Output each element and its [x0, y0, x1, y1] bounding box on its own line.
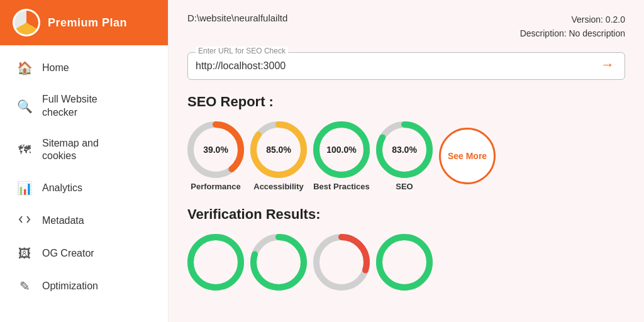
gauge-value-accessibility: 85.0% [266, 145, 291, 155]
seo-report-title: SEO Report : [187, 94, 625, 110]
sidebar-item-label: Metadata [42, 214, 84, 228]
description-text: Description: No description [520, 26, 625, 40]
sidebar-item-og-creator[interactable]: 🖼OG Creator [0, 238, 168, 270]
analytics-icon: 📊 [17, 180, 32, 196]
verification-row [187, 234, 625, 291]
gauge-performance: 39.0%Performance [187, 121, 244, 191]
sidebar-item-full-website-checker[interactable]: 🔍Full Websitechecker [0, 84, 168, 128]
gauge-value-performance: 39.0% [203, 145, 228, 155]
top-bar: D:\website\neuralfulailtd Version: 0.2.0… [187, 13, 625, 41]
og-creator-icon: 🖼 [17, 247, 32, 261]
sidebar-header: Premium Plan [0, 0, 168, 45]
verif-gauge-v3 [313, 234, 370, 291]
url-go-button[interactable]: → [598, 57, 617, 73]
sidebar: Premium Plan 🏠Home🔍Full Websitechecker🗺S… [0, 0, 169, 322]
logo-inner [14, 11, 38, 35]
gauge-accessibility: 85.0%Accessibility [250, 121, 307, 191]
donut-best-practices: 100.0% [313, 121, 370, 178]
plan-label: Premium Plan [48, 16, 127, 30]
verification-title: Verification Results: [187, 206, 625, 223]
gauge-label-performance: Performance [191, 182, 240, 191]
verif-gauge-v2 [250, 234, 307, 291]
verif-gauge-v1 [187, 234, 244, 291]
sidebar-item-label: Sitemap andcookies [42, 137, 99, 164]
gauge-label-best-practices: Best Practices [313, 182, 370, 191]
verif-gauge-v4 [376, 234, 433, 291]
see-more-item: See More [439, 128, 496, 184]
metadata-icon [17, 213, 32, 229]
version-text: Version: 0.2.0 [520, 13, 625, 26]
sidebar-item-label: OG Creator [42, 247, 94, 260]
sidebar-item-label: Optimization [42, 280, 98, 293]
gauge-value-seo: 83.0% [392, 145, 417, 155]
nav-list: 🏠Home🔍Full Websitechecker🗺Sitemap andcoo… [0, 45, 168, 322]
optimization-icon: ✎ [17, 279, 32, 294]
logo [13, 9, 40, 36]
sidebar-item-optimization[interactable]: ✎Optimization [0, 270, 168, 303]
file-path: D:\website\neuralfulailtd [187, 13, 287, 23]
gauge-value-best-practices: 100.0% [326, 145, 356, 155]
svg-point-15 [379, 237, 430, 287]
url-input[interactable] [196, 60, 593, 72]
see-more-button[interactable]: See More [439, 128, 496, 184]
gauges-row: 39.0%Performance 85.0%Accessibility 100.… [187, 121, 625, 191]
main-content: D:\website\neuralfulailtd Version: 0.2.0… [169, 0, 644, 322]
version-info: Version: 0.2.0 Description: No descripti… [520, 13, 625, 41]
seo-report: SEO Report : 39.0%Performance 85.0%Acces… [187, 94, 625, 191]
donut-performance: 39.0% [187, 121, 244, 178]
sidebar-item-sitemap-cookies[interactable]: 🗺Sitemap andcookies [0, 128, 168, 172]
url-fieldset: Enter URL for SEO Check → [187, 52, 625, 80]
verification-section: Verification Results: [187, 206, 625, 291]
sidebar-item-analytics[interactable]: 📊Analytics [0, 172, 168, 204]
sidebar-item-label: Analytics [42, 182, 82, 195]
home-icon: 🏠 [17, 60, 32, 75]
sidebar-item-metadata[interactable]: Metadata [0, 204, 168, 238]
gauge-seo: 83.0%SEO [376, 121, 433, 191]
gauge-best-practices: 100.0%Best Practices [313, 121, 370, 191]
gauge-label-accessibility: Accessibility [253, 182, 304, 191]
sidebar-item-label: Home [42, 62, 69, 75]
donut-seo: 83.0% [376, 121, 433, 178]
gauge-label-seo: SEO [396, 182, 413, 191]
url-legend: Enter URL for SEO Check [196, 47, 288, 55]
url-section: Enter URL for SEO Check → [187, 52, 625, 80]
sidebar-item-label: Full Websitechecker [42, 93, 97, 119]
sidebar-item-home[interactable]: 🏠Home [0, 52, 168, 84]
sitemap-cookies-icon: 🗺 [17, 143, 32, 157]
svg-point-9 [191, 237, 241, 287]
full-website-checker-icon: 🔍 [17, 99, 32, 114]
donut-accessibility: 85.0% [250, 121, 307, 178]
